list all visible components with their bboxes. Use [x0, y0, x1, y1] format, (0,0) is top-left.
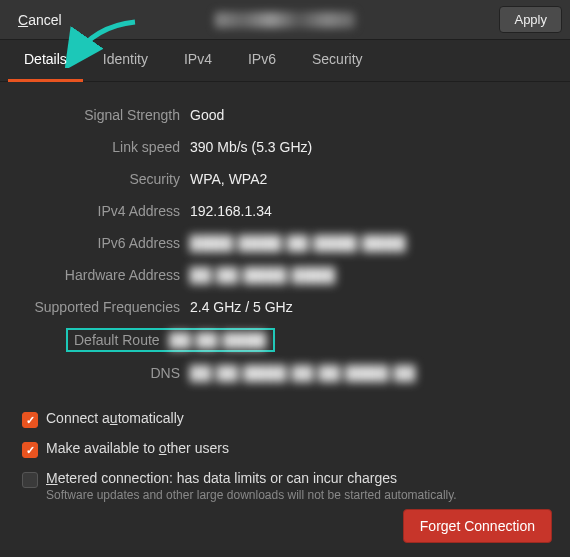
tab-details[interactable]: Details — [6, 40, 85, 81]
label-default-route: Default Route — [74, 332, 170, 348]
label-connect-automatically: Connect automatically — [46, 410, 184, 426]
tab-ipv6[interactable]: IPv6 — [230, 40, 294, 81]
value-dns: ██ ██ ████ ██ ██ ████ ██ — [190, 365, 416, 381]
option-metered[interactable]: Metered connection: has data limits or c… — [22, 470, 548, 502]
checkbox-metered[interactable] — [22, 472, 38, 488]
label-supported-frequencies: Supported Frequencies — [18, 299, 190, 315]
label-link-speed: Link speed — [18, 139, 190, 155]
label-ipv4: IPv4 Address — [18, 203, 190, 219]
tab-bar: Details Identity IPv4 IPv6 Security — [0, 40, 570, 82]
row-signal-strength: Signal Strength Good — [18, 104, 552, 126]
value-default-route: ██ ██ ████ — [170, 332, 267, 348]
apply-button[interactable]: Apply — [499, 6, 562, 33]
value-hardware-address: ██ ██ ████ ████ — [190, 267, 336, 283]
cancel-rest: ancel — [28, 12, 61, 28]
tab-identity[interactable]: Identity — [85, 40, 166, 81]
label-metered: Metered connection: has data limits or c… — [46, 470, 457, 486]
cancel-button[interactable]: Cancel — [8, 7, 72, 33]
value-security: WPA, WPA2 — [190, 171, 267, 187]
row-supported-frequencies: Supported Frequencies 2.4 GHz / 5 GHz — [18, 296, 552, 318]
dialog-footer: Forget Connection — [403, 509, 552, 543]
label-hardware-address: Hardware Address — [18, 267, 190, 283]
row-security: Security WPA, WPA2 — [18, 168, 552, 190]
details-panel: Signal Strength Good Link speed 390 Mb/s… — [0, 82, 570, 404]
options-area: Connect automatically Make available to … — [0, 404, 570, 520]
value-ipv6: ████ ████ ██ ████ ████ — [190, 235, 406, 251]
label-ipv6: IPv6 Address — [18, 235, 190, 251]
forget-connection-button[interactable]: Forget Connection — [403, 509, 552, 543]
title-redacted — [215, 12, 355, 28]
row-dns: DNS ██ ██ ████ ██ ██ ████ ██ — [18, 362, 552, 384]
dialog-title — [0, 11, 570, 28]
value-link-speed: 390 Mb/s (5.3 GHz) — [190, 139, 312, 155]
checkbox-connect-automatically[interactable] — [22, 412, 38, 428]
label-dns: DNS — [18, 365, 190, 381]
dialog-header: Cancel Apply — [0, 0, 570, 40]
label-security: Security — [18, 171, 190, 187]
option-available-others[interactable]: Make available to other users — [22, 440, 548, 458]
tab-ipv4[interactable]: IPv4 — [166, 40, 230, 81]
label-signal-strength: Signal Strength — [18, 107, 190, 123]
tab-security[interactable]: Security — [294, 40, 381, 81]
value-supported-frequencies: 2.4 GHz / 5 GHz — [190, 299, 293, 315]
row-hardware-address: Hardware Address ██ ██ ████ ████ — [18, 264, 552, 286]
row-default-route: Default Route ██ ██ ████ — [18, 328, 552, 352]
default-route-highlight: Default Route ██ ██ ████ — [66, 328, 275, 352]
row-ipv6: IPv6 Address ████ ████ ██ ████ ████ — [18, 232, 552, 254]
option-connect-automatically[interactable]: Connect automatically — [22, 410, 548, 428]
checkbox-available-others[interactable] — [22, 442, 38, 458]
value-ipv4: 192.168.1.34 — [190, 203, 272, 219]
label-metered-sub: Software updates and other large downloa… — [46, 488, 457, 502]
row-ipv4: IPv4 Address 192.168.1.34 — [18, 200, 552, 222]
row-link-speed: Link speed 390 Mb/s (5.3 GHz) — [18, 136, 552, 158]
label-available-others: Make available to other users — [46, 440, 229, 456]
value-signal-strength: Good — [190, 107, 224, 123]
cancel-mnemonic: C — [18, 12, 28, 28]
